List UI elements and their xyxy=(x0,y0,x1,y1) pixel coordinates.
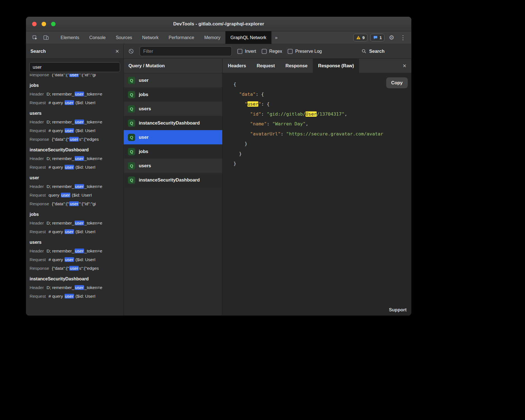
line-label: Header xyxy=(30,221,44,225)
copy-button[interactable]: Copy xyxy=(386,77,408,88)
search-panel-title: Search xyxy=(30,49,46,54)
json-token: : xyxy=(256,92,261,97)
issues-badge[interactable]: 1 xyxy=(370,34,385,41)
detail-tab-headers[interactable]: Headers xyxy=(223,59,251,73)
inspect-element-button[interactable] xyxy=(29,31,40,44)
query-label: users xyxy=(139,106,151,111)
search-result-line[interactable]: Request# query user ($id: UserI xyxy=(30,227,120,236)
minimize-window-button[interactable] xyxy=(42,22,46,26)
close-detail-button[interactable]: × xyxy=(398,59,411,73)
regex-checkbox[interactable]: Regex xyxy=(262,49,282,54)
zoom-window-button[interactable] xyxy=(51,22,56,26)
text-fragment: _token=e xyxy=(84,249,102,253)
search-result-line[interactable]: Request# query user ($id: UserI xyxy=(30,98,120,107)
query-label: jobs xyxy=(139,92,148,97)
traffic-lights xyxy=(32,17,56,31)
detail-tab-response-raw[interactable]: Response (Raw) xyxy=(313,59,359,73)
json-token: "Warren Day" xyxy=(272,121,306,127)
search-result-line[interactable]: HeaderD; remember_user_token=e xyxy=(30,283,120,292)
json-token: /13704317" xyxy=(317,111,344,117)
tab-console[interactable]: Console xyxy=(84,31,111,44)
main-menu-button[interactable]: ⋮ xyxy=(398,35,407,41)
query-label: user xyxy=(139,135,149,140)
preserve-log-checkbox[interactable]: Preserve Log xyxy=(288,49,322,54)
json-viewer: { "data": { "user": { "id": "gid://gitla… xyxy=(233,79,411,169)
close-search-panel-button[interactable]: × xyxy=(115,48,119,54)
search-panel-header: Search × xyxy=(26,44,124,58)
query-list-item[interactable]: Quser xyxy=(124,130,222,144)
search-result-line[interactable]: HeaderD; remember_user_token=e xyxy=(30,118,120,126)
search-icon xyxy=(361,49,367,54)
tab-graphql-network[interactable]: GraphQL Network xyxy=(225,31,271,44)
search-result-line[interactable]: Request# query user ($id: UserI xyxy=(30,292,120,300)
search-result-line[interactable]: HeaderD; remember_user_token=e xyxy=(30,247,120,255)
query-list-item[interactable]: Qjobs xyxy=(124,144,222,159)
text-fragment: D; remember_ xyxy=(47,92,74,96)
search-result-line[interactable]: Response{"data":{"user":{"id":"gi xyxy=(30,74,120,79)
query-list-item[interactable]: Qusers xyxy=(124,159,222,173)
devtools-tabbar-tabs: ElementsConsoleSourcesNetworkPerformance… xyxy=(56,31,271,44)
search-result-line[interactable]: Requestquery user ($id: UserI xyxy=(30,191,120,199)
text-fragment: ":{"id":"gi xyxy=(79,201,96,206)
search-result-title[interactable]: jobs xyxy=(30,210,120,219)
device-toolbar-button[interactable] xyxy=(40,31,52,44)
checkbox-box xyxy=(288,49,293,54)
search-result-line[interactable]: Request# query user ($id: UserI xyxy=(30,163,120,171)
text-fragment: D; remember_ xyxy=(47,221,74,225)
search-hit: user xyxy=(65,229,74,234)
search-result-line[interactable]: HeaderD; remember_user_token=e xyxy=(30,182,120,191)
close-icon: × xyxy=(115,48,119,55)
line-label: Header xyxy=(30,156,44,161)
tab-network[interactable]: Network xyxy=(137,31,164,44)
search-result-title[interactable]: instanceSecurityDashboard xyxy=(30,145,120,154)
title-bar: DevTools - gitlab.com/-/graphql-explorer xyxy=(26,17,411,31)
filter-input[interactable] xyxy=(140,46,232,56)
secondary-toolbar: Search × Invert Regex Preserve Log xyxy=(26,44,411,59)
search-result-title[interactable]: users xyxy=(30,109,120,118)
search-result-title[interactable]: instanceSecurityDashboard xyxy=(30,275,120,283)
json-token: "gid://gitlab/ xyxy=(267,111,306,117)
search-result-line[interactable]: Request# query user ($id: UserI xyxy=(30,255,120,264)
search-input[interactable] xyxy=(29,62,120,72)
search-result-line[interactable]: HeaderD; remember_user_token=e xyxy=(30,90,120,98)
tab-sources[interactable]: Sources xyxy=(111,31,137,44)
json-token: { xyxy=(233,82,236,87)
warnings-badge[interactable]: 9 xyxy=(353,34,367,41)
search-toggle-button[interactable]: Search xyxy=(361,49,385,54)
search-result-line[interactable]: Request# query user ($id: UserI xyxy=(30,126,120,135)
checkbox-box xyxy=(237,49,242,54)
query-list-item[interactable]: Quser xyxy=(124,73,222,87)
query-list-item[interactable]: QinstanceSecurityDashboard xyxy=(124,173,222,187)
tab-memory[interactable]: Memory xyxy=(199,31,225,44)
text-fragment: _token=e xyxy=(84,184,102,189)
detail-tab-response[interactable]: Response xyxy=(280,59,313,73)
search-result-line[interactable]: HeaderD; remember_user_token=e xyxy=(30,154,120,163)
detail-tab-request[interactable]: Request xyxy=(251,59,280,73)
search-result-line[interactable]: HeaderD; remember_user_token=e xyxy=(30,219,120,227)
support-link[interactable]: Support xyxy=(389,307,407,312)
text-fragment: {"data":{" xyxy=(52,266,69,271)
search-hit: user xyxy=(75,221,84,225)
search-hit: user xyxy=(75,285,84,290)
invert-checkbox[interactable]: Invert xyxy=(237,49,256,54)
search-result-title[interactable]: users xyxy=(30,238,120,247)
line-content: # query user ($id: UserI xyxy=(49,165,96,170)
query-list-item[interactable]: Qusers xyxy=(124,102,222,116)
search-result-title[interactable]: jobs xyxy=(30,81,120,90)
settings-button[interactable]: ⚙ xyxy=(387,35,396,41)
tab-elements[interactable]: Elements xyxy=(56,31,84,44)
search-result-line[interactable]: Response{"data":{"users":{"edges xyxy=(30,135,120,144)
query-list-item[interactable]: Qjobs xyxy=(124,87,222,102)
line-content: {"data":{"users":{"edges xyxy=(52,137,99,142)
search-result-line[interactable]: Response{"data":{"users":{"edges xyxy=(30,264,120,273)
tab-performance[interactable]: Performance xyxy=(164,31,199,44)
json-line: "name": "Warren Day", xyxy=(233,119,411,129)
search-result-line[interactable]: Response{"data":{"user":{"id":"gi xyxy=(30,199,120,208)
more-tabs-button[interactable]: » xyxy=(271,31,281,44)
search-result-title[interactable]: user xyxy=(30,173,120,182)
json-token: : xyxy=(261,101,267,107)
close-window-button[interactable] xyxy=(32,22,37,26)
clear-requests-button[interactable] xyxy=(128,48,134,54)
line-label: Request xyxy=(30,229,46,234)
query-list-item[interactable]: QinstanceSecurityDashboard xyxy=(124,116,222,130)
